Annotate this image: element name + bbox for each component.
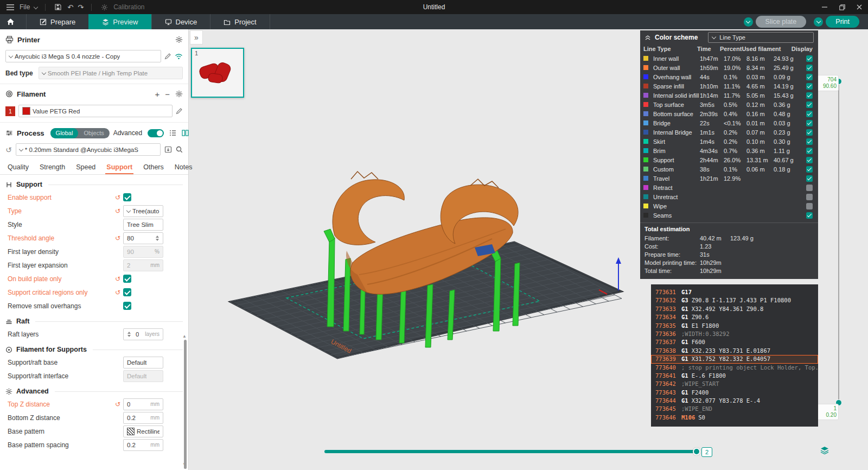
- gcode-line[interactable]: 773636;WIDTH:0.38292: [651, 330, 818, 338]
- wifi-icon[interactable]: [175, 53, 183, 60]
- reset-icon[interactable]: ↺: [115, 235, 120, 242]
- reset-icon[interactable]: ↺: [115, 276, 120, 282]
- gcode-line[interactable]: 773641G1E-.6 F1800: [651, 372, 818, 380]
- process-tab-support[interactable]: Support: [101, 160, 138, 174]
- gcode-line[interactable]: 773646M106S0: [651, 414, 818, 422]
- gcode-line[interactable]: 773638G1X32.233 Y83.731 E.01867: [651, 347, 818, 355]
- process-tab-notes[interactable]: Notes: [169, 160, 198, 174]
- layer-slider-track[interactable]: [838, 81, 839, 402]
- checkbox[interactable]: [123, 193, 131, 201]
- filament-settings-gear-icon[interactable]: [175, 90, 183, 98]
- calibration-label[interactable]: Calibration: [113, 3, 144, 11]
- gcode-line[interactable]: 773635G1E1 F1800: [651, 322, 818, 330]
- printer-preset-dropdown[interactable]: Anycubic i3 Mega S 0.4 nozzle - Copy: [5, 50, 161, 62]
- display-checkbox[interactable]: [806, 101, 813, 108]
- display-checkbox[interactable]: [806, 194, 813, 200]
- display-checkbox[interactable]: [806, 148, 813, 154]
- gcode-line[interactable]: 773640; stop printing object Lock Holder…: [651, 364, 818, 372]
- dropdown[interactable]: Rectilinear: [123, 425, 163, 437]
- scrollbar-thumb[interactable]: [184, 340, 187, 469]
- process-tab-others[interactable]: Others: [138, 160, 169, 174]
- tab-device[interactable]: Device: [151, 14, 210, 29]
- reset-icon[interactable]: ↺: [115, 401, 120, 408]
- search-icon[interactable]: [176, 146, 183, 153]
- advanced-toggle[interactable]: [148, 129, 164, 137]
- gcode-line[interactable]: 773632G3Z90.8 I-1.137 J.433 P1 F10800: [651, 296, 818, 304]
- scope-global-button[interactable]: Global: [50, 128, 79, 138]
- gcode-line[interactable]: 773645;WIPE_END: [651, 405, 818, 413]
- gcode-line[interactable]: 773631G17: [651, 288, 818, 296]
- input-field[interactable]: 0mm: [123, 398, 163, 410]
- gcode-line[interactable]: 773633G1X32.492 Y84.361 Z90.8: [651, 305, 818, 313]
- plate-thumbnail[interactable]: 1: [191, 48, 244, 98]
- scope-objects-button[interactable]: Objects: [78, 128, 109, 138]
- display-checkbox[interactable]: [806, 157, 813, 163]
- bed-type-dropdown[interactable]: Smooth PEI Plate / High Temp Plate: [39, 67, 183, 79]
- menu-icon[interactable]: [5, 2, 15, 12]
- remove-filament-button[interactable]: −: [165, 90, 170, 98]
- reset-icon[interactable]: ↺: [115, 208, 120, 214]
- display-checkbox[interactable]: [806, 92, 813, 99]
- sidebar-collapse-button[interactable]: »: [190, 30, 203, 45]
- view-list-icon[interactable]: [169, 130, 176, 136]
- gcode-line[interactable]: 773643G1F2400: [651, 389, 818, 397]
- display-checkbox[interactable]: [806, 138, 813, 145]
- display-checkbox[interactable]: [806, 65, 813, 71]
- add-filament-button[interactable]: +: [155, 90, 159, 98]
- tab-preview[interactable]: Preview: [88, 14, 151, 29]
- checkbox[interactable]: [123, 302, 131, 310]
- edit-filament-icon[interactable]: [176, 107, 183, 115]
- dropdown[interactable]: Default: [123, 357, 163, 369]
- dropdown[interactable]: Tree Slim: [123, 219, 163, 231]
- process-tab-speed[interactable]: Speed: [71, 160, 101, 174]
- tab-project[interactable]: Project: [210, 14, 270, 29]
- gcode-line[interactable]: 773637G1F600: [651, 338, 818, 346]
- input-field[interactable]: 0.2mm: [123, 439, 163, 451]
- input-field[interactable]: 0.2mm: [123, 412, 163, 424]
- view-mode-dropdown[interactable]: Line Type: [708, 32, 814, 43]
- display-checkbox[interactable]: [806, 83, 813, 90]
- display-checkbox[interactable]: [806, 212, 813, 219]
- input-field[interactable]: 2mm: [123, 259, 163, 271]
- gcode-line[interactable]: 773639G1X31.752 Y82.332 E.04057: [651, 355, 818, 363]
- sidebar-scrollbar[interactable]: ▲ ▼: [184, 335, 187, 466]
- minimize-button[interactable]: [816, 0, 833, 14]
- restore-button[interactable]: [833, 0, 851, 14]
- display-checkbox[interactable]: [806, 74, 813, 80]
- file-menu-caret-icon[interactable]: [34, 5, 38, 9]
- slice-dropdown-button[interactable]: [744, 17, 753, 27]
- gcode-line[interactable]: 773634G1Z90.6: [651, 313, 818, 321]
- save-preset-icon[interactable]: [164, 146, 172, 153]
- print-dropdown-button[interactable]: [814, 17, 823, 27]
- print-button[interactable]: Print: [826, 16, 859, 28]
- save-icon[interactable]: [53, 2, 63, 12]
- display-checkbox[interactable]: [806, 175, 813, 182]
- tab-prepare[interactable]: Prepare: [26, 14, 88, 29]
- move-slider-track[interactable]: [324, 450, 698, 453]
- file-menu[interactable]: File: [20, 3, 30, 11]
- input-field[interactable]: 80: [123, 232, 163, 244]
- collapse-panel-icon[interactable]: [644, 35, 651, 40]
- close-button[interactable]: [851, 0, 868, 14]
- spinner-arrows[interactable]: [127, 332, 131, 337]
- slice-plate-button[interactable]: Slice plate: [756, 16, 807, 28]
- process-tab-quality[interactable]: Quality: [2, 160, 34, 174]
- layer-view-toggle-icon[interactable]: [820, 446, 829, 454]
- display-checkbox[interactable]: [806, 120, 813, 126]
- dropdown[interactable]: Default: [123, 370, 163, 382]
- display-checkbox[interactable]: [806, 166, 813, 173]
- process-preset-dropdown[interactable]: * 0.20mm Standard @Anycubic i3MegaS: [16, 143, 161, 156]
- checkbox[interactable]: [123, 275, 131, 283]
- checkbox[interactable]: [123, 288, 131, 296]
- undo-icon[interactable]: ↶: [67, 4, 73, 11]
- dropdown[interactable]: Tree(auto): [123, 205, 163, 217]
- display-checkbox[interactable]: [806, 55, 813, 62]
- filament-dropdown[interactable]: Value PETG Red: [18, 105, 173, 117]
- gcode-line[interactable]: 773642;WIPE_START: [651, 380, 818, 388]
- redo-icon[interactable]: ↷: [78, 4, 84, 11]
- input-field[interactable]: 90%: [123, 246, 163, 258]
- calibration-icon[interactable]: [99, 2, 109, 12]
- display-checkbox[interactable]: [806, 111, 813, 117]
- gcode-line[interactable]: 773644G1X32.077 Y83.278 E-.4: [651, 397, 818, 405]
- display-checkbox[interactable]: [806, 203, 813, 209]
